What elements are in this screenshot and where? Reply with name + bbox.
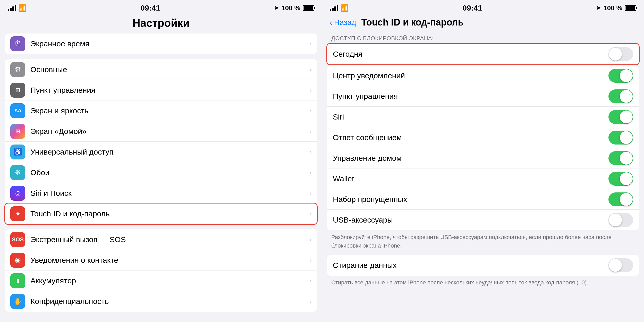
back-chevron-icon: ‹ [330, 18, 333, 27]
label-touchid: Touch ID и код-пароль [30, 209, 307, 218]
chevron-accessibility: › [309, 148, 312, 156]
toggle-notification-center[interactable] [608, 69, 633, 83]
row-sos[interactable]: SOS Экстренный вызов — SOS › [5, 229, 317, 250]
erase-section: Стирание данных Стирать все данные на эт… [327, 255, 639, 292]
status-time-left: 09:41 [140, 4, 160, 12]
icon-home-screen: ⊞ [10, 124, 25, 139]
section-screen-time: ⏱ Экранное время › [5, 33, 317, 54]
row-contact-tracing[interactable]: ◉ Уведомления о контакте › [5, 250, 317, 270]
icon-battery: ▮ [10, 273, 25, 288]
toggle-group-main: Центр уведомлений Пункт управления Siri [327, 65, 639, 230]
toggle-label-control-center-r: Пункт управления [333, 92, 608, 101]
toggle-wallet[interactable] [608, 172, 633, 186]
toggle-knob-wallet [620, 172, 633, 185]
icon-general: ⚙ [10, 62, 25, 77]
toggle-row-siri-r[interactable]: Siri [327, 107, 639, 127]
settings-title: Настройки [0, 14, 322, 33]
status-left: 📶 [8, 4, 27, 12]
toggle-usb[interactable] [608, 213, 633, 227]
bar2-r [332, 8, 334, 11]
toggle-label-erase: Стирание данных [333, 261, 608, 270]
row-wallpaper[interactable]: ❋ Обои › [5, 162, 317, 183]
row-control-center[interactable]: ⊞ Пункт управления › [5, 80, 317, 100]
chevron-battery: › [309, 277, 312, 285]
chevron-control-center: › [309, 86, 312, 94]
toggle-row-notification-center[interactable]: Центр уведомлений [327, 65, 639, 86]
chevron-general: › [309, 65, 312, 74]
toggle-row-erase[interactable]: Стирание данных [327, 255, 639, 276]
label-screen-time: Экранное время [30, 39, 307, 48]
section-general-group: ⚙ Основные › ⊞ Пункт управления › AA Экр… [5, 59, 317, 224]
label-battery: Аккумулятор [30, 276, 307, 285]
toggle-row-missed-calls[interactable]: Набор пропущенных [327, 189, 639, 210]
row-screen-time[interactable]: ⏱ Экранное время › [5, 33, 317, 54]
toggle-control-center-r[interactable] [608, 89, 633, 103]
row-privacy[interactable]: ✋ Конфиденциальность › [5, 291, 317, 312]
detail-nav: ‹ Назад Touch ID и код-пароль [322, 14, 644, 32]
toggle-row-home-control[interactable]: Управление домом [327, 148, 639, 168]
label-general: Основные [30, 65, 307, 74]
signal-bars-right [330, 5, 338, 11]
toggle-row-today[interactable]: Сегодня [327, 44, 639, 64]
bar1 [8, 9, 9, 11]
status-bar-right: 📶 09:41 ➤ 100 % [322, 0, 644, 14]
row-display[interactable]: AA Экран и яркость › [5, 100, 317, 121]
toggle-today[interactable] [608, 47, 633, 61]
toggle-label-home-control: Управление домом [333, 154, 608, 163]
toggle-row-wallet[interactable]: Wallet [327, 168, 639, 189]
toggle-row-usb[interactable]: USB-аксессуары [327, 210, 639, 230]
row-battery[interactable]: ▮ Аккумулятор › [5, 270, 317, 291]
label-privacy: Конфиденциальность [30, 297, 307, 306]
row-siri[interactable]: ◎ Siri и Поиск › [5, 183, 317, 204]
status-time-right: 09:41 [462, 4, 482, 12]
label-wallpaper: Обои [30, 168, 307, 177]
toggle-missed-calls[interactable] [608, 192, 633, 206]
row-accessibility[interactable]: ♿ Универсальный доступ › [5, 142, 317, 162]
toggle-label-reply-message: Ответ сообщением [333, 133, 608, 142]
battery-pct-right: 100 % [603, 4, 622, 12]
label-sos: Экстренный вызов — SOS [30, 235, 307, 244]
status-left-right: 📶 [330, 4, 349, 12]
icon-privacy: ✋ [10, 294, 25, 309]
location-icon-right: ➤ [596, 5, 601, 11]
bar3-r [334, 6, 336, 11]
icon-accessibility: ♿ [10, 145, 25, 159]
battery-fill-right [626, 6, 635, 10]
chevron-sos: › [309, 235, 312, 244]
label-contact-tracing: Уведомления о контакте [30, 256, 307, 265]
toggle-label-siri-r: Siri [333, 113, 608, 121]
icon-display: AA [10, 103, 25, 118]
label-home-screen: Экран «Домой» [30, 127, 307, 136]
toggle-knob-missed [620, 193, 633, 206]
left-panel: 📶 09:41 ➤ 100 % Настройки ⏱ Экранное вре… [0, 0, 322, 322]
back-label: Назад [334, 18, 356, 27]
signal-bars [8, 5, 16, 11]
wifi-icon-right: 📶 [340, 4, 349, 12]
toggle-home-control[interactable] [608, 151, 633, 165]
toggle-label-wallet: Wallet [333, 174, 608, 183]
toggle-knob-nc [620, 69, 633, 82]
toggle-reply-message[interactable] [608, 131, 633, 145]
chevron-screen-time: › [309, 40, 312, 48]
usb-footer-text: Разблокируйте iPhone, чтобы разрешить US… [327, 230, 639, 255]
bar4-r [337, 5, 338, 11]
label-control-center: Пункт управления [30, 86, 307, 95]
icon-touchid: ✦ [10, 206, 25, 221]
icon-contact-tracing: ◉ [10, 253, 25, 268]
status-right-right: ➤ 100 % [596, 4, 636, 12]
icon-sos: SOS [10, 232, 25, 247]
wifi-icon: 📶 [18, 4, 27, 12]
row-touchid[interactable]: ✦ Touch ID и код-пароль › [5, 204, 317, 224]
toggle-label-missed-calls: Набор пропущенных [333, 195, 608, 204]
chevron-privacy: › [309, 297, 312, 306]
chevron-siri: › [309, 189, 312, 197]
row-home-screen[interactable]: ⊞ Экран «Домой» › [5, 121, 317, 142]
toggle-erase[interactable] [608, 258, 633, 272]
toggle-siri-r[interactable] [608, 110, 633, 124]
toggle-row-control-center[interactable]: Пункт управления [327, 86, 639, 107]
toggle-label-today: Сегодня [333, 50, 608, 58]
toggle-label-usb: USB-аксессуары [333, 216, 608, 224]
row-general[interactable]: ⚙ Основные › [5, 59, 317, 80]
back-button[interactable]: ‹ Назад [330, 18, 356, 27]
toggle-row-reply-message[interactable]: Ответ сообщением [327, 127, 639, 148]
